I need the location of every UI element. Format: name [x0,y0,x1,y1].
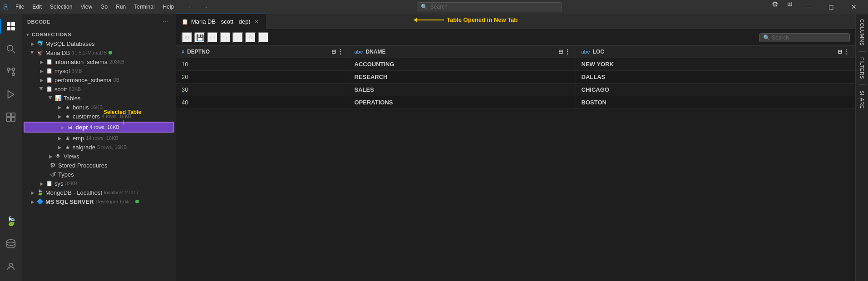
dept-item-container: Selected Table ↓ ▶ ⊞ dept 4 rows, 16KB [22,122,176,133]
mssql-icon: 🔷 [36,198,44,205]
settings-icon[interactable]: ⚙ [768,0,782,14]
table-row[interactable]: 30 SALES CHICAGO [176,84,855,96]
cell-dname-0: ACCOUNTING [349,58,576,71]
data-table-container[interactable]: # DEPTNO ⊟ ⋮ abc DNAME [176,46,855,281]
menu-terminal[interactable]: Terminal [130,3,158,11]
clone-button[interactable]: ⎘ [245,32,256,43]
cell-dname-2: SALES [349,84,576,96]
right-panel-filters-label[interactable]: Filters [858,52,866,85]
activity-source-control[interactable] [0,61,22,83]
info-schema-meta: 208KB [109,59,124,64]
tab-mariadb-dept[interactable]: 📋 Maria DB - scott - dept ✕ [176,14,266,30]
activity-extensions[interactable] [0,106,22,128]
connections-collapse-icon[interactable]: ▼ [25,32,30,37]
col-header-deptno[interactable]: # DEPTNO ⊟ ⋮ [176,46,349,58]
add-row-button[interactable]: + [232,32,243,43]
info-schema-label: information_schema [54,59,108,65]
dname-filter-icon[interactable]: ⊟ [558,49,563,55]
redo-button[interactable]: ↪ [220,32,231,43]
sidebar-tree: ▶ 🐬 MySQL Databases ▶ 🦅 Maria DB 11.5.2-… [22,39,176,281]
minimize-button[interactable]: ─ [798,0,819,14]
table-toolbar: ↻ 💾 ↩ ↪ + ⎘ − 🔍 Search [176,30,855,46]
menu-selection[interactable]: Selection [46,3,76,11]
nav-back-button[interactable]: ← [185,1,196,12]
salgrade-label: salgrade [73,144,95,151]
activity-run-debug[interactable] [0,84,22,105]
tree-item-information-schema[interactable]: ▶ 📋 information_schema 208KB [22,57,176,66]
right-panel-share-label[interactable]: Share [858,85,866,114]
tree-item-bonus[interactable]: ▶ ⊞ bonus 16KB [22,103,176,112]
emp-icon: ⊞ [64,134,71,142]
tab-close-button[interactable]: ✕ [253,18,260,25]
tree-item-scott[interactable]: ▶ 📋 scott 80KB [22,84,176,94]
activity-leaf[interactable]: 🍃 [0,210,22,232]
loc-more-icon[interactable]: ⋮ [844,49,849,55]
col-header-loc[interactable]: abc LOC ⊟ ⋮ [576,46,855,58]
tree-item-mariadb[interactable]: ▶ 🦅 Maria DB 11.5.2-MariaDB [22,48,176,57]
svg-point-15 [9,263,12,266]
bonus-label: bonus [73,104,89,111]
menu-view[interactable]: View [77,3,96,11]
activity-explorer[interactable] [0,15,22,37]
svg-point-4 [7,45,13,51]
tree-item-customers[interactable]: ▶ ⊞ customers 4 rows, 16KB [22,112,176,121]
menu-edit[interactable]: Edit [29,3,45,11]
editor-area: 📋 Maria DB - scott - dept ✕ Table Opened… [176,14,855,281]
cell-deptno-1: 20 [176,71,349,84]
svg-rect-1 [11,22,15,26]
delete-button[interactable]: − [258,32,269,43]
activity-search[interactable] [0,38,22,60]
search-icon: 🔍 [763,35,770,41]
tree-item-performance-schema[interactable]: ▶ 📋 performance_schema 0B [22,75,176,84]
tree-item-mongodb[interactable]: ▶ 🍃 MongoDB - Localhost localhost:27017 [22,188,176,197]
tree-item-emp[interactable]: ▶ ⊞ emp 14 rows, 16KB [22,133,176,143]
tree-item-stored-procedures[interactable]: ⚙ Stored Procedures [22,161,176,170]
right-panel-columns-label[interactable]: Columns [858,14,866,52]
search-placeholder: Search [430,4,448,10]
menu-run[interactable]: Run [112,3,129,11]
table-row[interactable]: 40 OPERATIONS BOSTON [176,96,855,109]
types-label: Types [58,171,74,178]
tree-item-sys[interactable]: ▶ 📋 sys 32KB [22,179,176,188]
refresh-button[interactable]: ↻ [182,32,192,43]
table-row[interactable]: 20 RESEARCH DALLAS [176,71,855,84]
sidebar-more-options[interactable]: ⋯ [161,17,171,26]
close-button[interactable]: ✕ [843,0,864,14]
emp-meta: 14 rows, 16KB [86,135,118,141]
cell-loc-3: BOSTON [576,96,855,109]
activity-database[interactable] [0,233,22,255]
deptno-filter-icon[interactable]: ⊟ [331,49,336,55]
menu-file[interactable]: File [12,3,28,11]
layout-icon[interactable]: ⊞ [784,0,796,14]
nav-forward-button[interactable]: → [199,1,210,12]
mssql-status-dot [135,200,139,203]
dname-more-icon[interactable]: ⋮ [565,49,570,55]
table-row[interactable]: 10 ACCOUNTING NEW YORK [176,58,855,71]
loc-filter-icon[interactable]: ⊟ [838,49,842,55]
tree-item-mssql[interactable]: ▶ 🔷 MS SQL SERVER Developer Editi... [22,197,176,206]
tree-item-mysql-db[interactable]: ▶ 📋 mysql 3MB [22,66,176,75]
activity-account[interactable] [0,256,22,277]
tree-item-mysql[interactable]: ▶ 🐬 MySQL Databases [22,39,176,48]
menu-go[interactable]: Go [97,3,111,11]
tree-item-dept[interactable]: ▶ ⊞ dept 4 rows, 16KB [24,122,174,133]
tree-item-tables[interactable]: ▶ 📊 Tables [22,94,176,103]
global-search-bar[interactable]: 🔍 Search [417,2,562,11]
col-header-dname[interactable]: abc DNAME ⊟ ⋮ [349,46,576,58]
mariadb-status-dot [108,51,112,54]
tree-item-types[interactable]: ◁T Types [22,170,176,179]
dept-icon: ⊞ [66,123,74,131]
maximize-button[interactable]: ◻ [821,0,842,14]
undo-button[interactable]: ↩ [207,32,218,43]
mariadb-icon: 🦅 [36,49,44,56]
right-panel: Columns Filters Share [855,14,868,281]
menu-help[interactable]: Help [159,3,178,11]
table-search-bar[interactable]: 🔍 Search [759,33,850,42]
save-button[interactable]: 💾 [194,32,205,43]
deptno-more-icon[interactable]: ⋮ [338,49,343,55]
salgrade-arrow: ▶ [56,143,64,151]
tree-item-salgrade[interactable]: ▶ ⊞ salgrade 5 rows, 16KB [22,143,176,152]
mysql-db-icon: 📋 [45,67,53,74]
tree-item-views[interactable]: ▶ 👁 Views [22,152,176,161]
bonus-meta: 16KB [90,104,103,110]
